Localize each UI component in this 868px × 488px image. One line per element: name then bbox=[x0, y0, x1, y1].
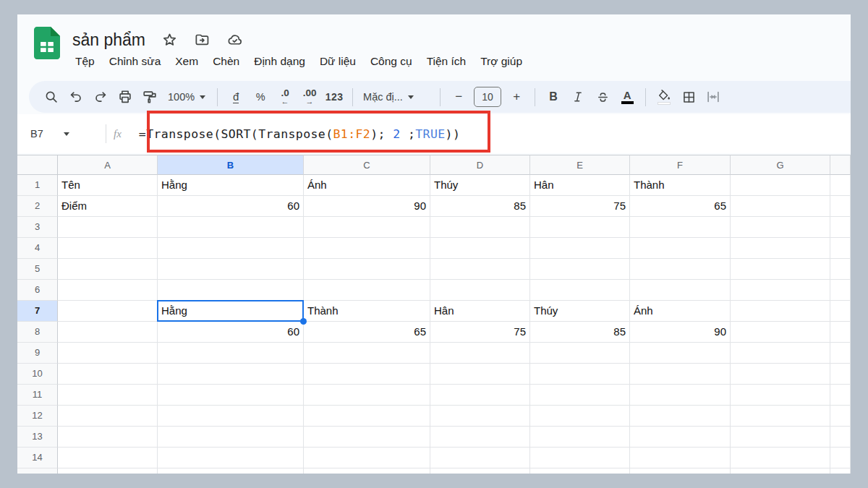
cell-F1[interactable]: Thành bbox=[630, 175, 731, 196]
cell-B2[interactable]: 60 bbox=[158, 196, 304, 217]
cell-C3[interactable] bbox=[304, 217, 430, 238]
formula-text[interactable]: =Transpose(SORT(Transpose(B1:F2); 2 ;TRU… bbox=[139, 127, 460, 141]
font-size-input[interactable]: 10 bbox=[474, 87, 501, 107]
row-header-15[interactable] bbox=[17, 468, 58, 474]
cell-B11[interactable] bbox=[158, 385, 304, 406]
cell-A3[interactable] bbox=[58, 217, 158, 238]
cell-B6[interactable] bbox=[158, 280, 304, 301]
cell-B1[interactable]: Hằng bbox=[158, 175, 304, 196]
cell-C12[interactable] bbox=[304, 406, 430, 427]
undo-icon[interactable] bbox=[65, 85, 87, 108]
cell-G9[interactable] bbox=[731, 343, 830, 364]
row-header-12[interactable]: 12 bbox=[17, 406, 58, 427]
cell-C7[interactable]: Thành bbox=[304, 301, 430, 322]
cell-F3[interactable] bbox=[630, 217, 731, 238]
search-icon[interactable] bbox=[41, 85, 62, 108]
row-header-5[interactable]: 5 bbox=[17, 259, 58, 280]
cell-F8[interactable]: 90 bbox=[630, 322, 731, 343]
cell-partial14[interactable] bbox=[830, 448, 851, 468]
fill-color-icon[interactable] bbox=[653, 85, 675, 108]
percent-format-button[interactable]: % bbox=[250, 85, 271, 108]
cell-E4[interactable] bbox=[530, 238, 630, 259]
cell-partial13[interactable] bbox=[830, 427, 851, 448]
cell-B12[interactable] bbox=[158, 406, 304, 427]
cell-C9[interactable] bbox=[304, 343, 430, 364]
cell-B3[interactable] bbox=[158, 217, 304, 238]
cell-F10[interactable] bbox=[630, 364, 731, 385]
column-header-F[interactable]: F bbox=[630, 155, 731, 175]
borders-icon[interactable] bbox=[678, 85, 699, 108]
cell-A14[interactable] bbox=[58, 448, 158, 468]
menu-view[interactable]: Xem bbox=[168, 53, 205, 69]
cell-G8[interactable] bbox=[731, 322, 830, 343]
cell-A13[interactable] bbox=[58, 427, 158, 448]
cell-F12[interactable] bbox=[630, 406, 731, 427]
cell-A2[interactable]: Điểm bbox=[58, 196, 158, 217]
paint-format-icon[interactable] bbox=[139, 85, 161, 108]
cell-D9[interactable] bbox=[430, 343, 530, 364]
fill-handle[interactable] bbox=[300, 318, 307, 325]
cell-E1[interactable]: Hân bbox=[530, 175, 630, 196]
row-header-14[interactable]: 14 bbox=[17, 448, 58, 468]
cell-A8[interactable] bbox=[58, 322, 158, 343]
cell-F14[interactable] bbox=[630, 448, 731, 468]
cell-partial3[interactable] bbox=[830, 217, 851, 238]
cell-D5[interactable] bbox=[430, 259, 530, 280]
column-header-B[interactable]: B bbox=[158, 155, 304, 175]
menu-tools[interactable]: Công cụ bbox=[363, 53, 420, 69]
redo-icon[interactable] bbox=[90, 85, 111, 108]
cell-D13[interactable] bbox=[430, 427, 530, 448]
cell-D15[interactable] bbox=[430, 468, 530, 474]
cell-partial5[interactable] bbox=[830, 259, 851, 280]
cell-E6[interactable] bbox=[530, 280, 630, 301]
cell-E3[interactable] bbox=[530, 217, 630, 238]
column-header-D[interactable]: D bbox=[430, 155, 530, 175]
cell-C4[interactable] bbox=[304, 238, 430, 259]
cell-G3[interactable] bbox=[731, 217, 830, 238]
cell-C8[interactable]: 65 bbox=[304, 322, 430, 343]
cell-D4[interactable] bbox=[430, 238, 530, 259]
cell-E9[interactable] bbox=[530, 343, 630, 364]
cell-G2[interactable] bbox=[731, 196, 830, 217]
cell-F7[interactable]: Ánh bbox=[630, 301, 731, 322]
cell-B15[interactable] bbox=[158, 468, 304, 474]
cell-A9[interactable] bbox=[58, 343, 158, 364]
decrease-font-size-button[interactable]: − bbox=[448, 85, 469, 108]
row-header-4[interactable]: 4 bbox=[17, 238, 58, 259]
row-header-9[interactable]: 9 bbox=[17, 343, 58, 364]
cell-D1[interactable]: Thúy bbox=[430, 175, 530, 196]
star-icon[interactable] bbox=[161, 32, 178, 48]
column-header-G[interactable]: G bbox=[731, 155, 830, 175]
column-header-A[interactable]: A bbox=[58, 155, 158, 175]
cell-E11[interactable] bbox=[530, 385, 630, 406]
cell-D14[interactable] bbox=[430, 448, 530, 468]
cell-C10[interactable] bbox=[304, 364, 430, 385]
document-title[interactable]: sản phẩm bbox=[72, 30, 145, 50]
cell-partial6[interactable] bbox=[830, 280, 851, 301]
cell-partial8[interactable] bbox=[830, 322, 851, 343]
row-header-8[interactable]: 8 bbox=[17, 322, 58, 343]
cell-partial12[interactable] bbox=[830, 406, 851, 427]
select-all-corner[interactable] bbox=[17, 155, 58, 175]
cell-E15[interactable] bbox=[530, 468, 630, 474]
cell-B5[interactable] bbox=[158, 259, 304, 280]
cell-G4[interactable] bbox=[731, 238, 830, 259]
cell-F6[interactable] bbox=[630, 280, 731, 301]
column-header-partial[interactable] bbox=[830, 155, 851, 175]
cell-F5[interactable] bbox=[630, 259, 731, 280]
menu-help[interactable]: Trợ giúp bbox=[473, 53, 529, 69]
cell-F13[interactable] bbox=[630, 427, 731, 448]
cell-F4[interactable] bbox=[630, 238, 731, 259]
cell-C13[interactable] bbox=[304, 427, 430, 448]
row-header-13[interactable]: 13 bbox=[17, 427, 58, 448]
cell-partial2[interactable] bbox=[830, 196, 851, 217]
cell-G12[interactable] bbox=[731, 406, 830, 427]
strikethrough-button[interactable] bbox=[592, 85, 613, 108]
increase-font-size-button[interactable]: + bbox=[506, 85, 527, 108]
zoom-dropdown[interactable]: 100% bbox=[163, 85, 210, 108]
cell-E7[interactable]: Thúy bbox=[530, 301, 630, 322]
cell-C11[interactable] bbox=[304, 385, 430, 406]
cell-A15[interactable] bbox=[58, 468, 158, 474]
cell-C5[interactable] bbox=[304, 259, 430, 280]
row-header-7[interactable]: 7 bbox=[17, 301, 58, 322]
